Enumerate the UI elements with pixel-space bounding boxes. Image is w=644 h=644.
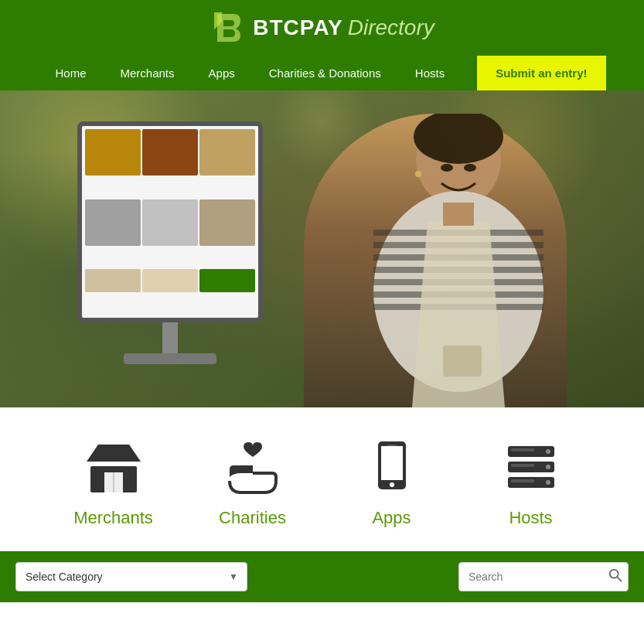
hero-person <box>304 114 567 407</box>
pos-base <box>124 353 216 364</box>
svg-point-26 <box>546 449 550 454</box>
logo-brand-text: BTCPAY <box>253 15 342 40</box>
search-button[interactable] <box>608 568 622 585</box>
categories-section: Merchants Charities Apps <box>0 407 644 551</box>
hosts-icon <box>500 438 562 500</box>
svg-point-16 <box>415 171 421 177</box>
search-input[interactable] <box>458 562 629 591</box>
pos-terminal <box>62 121 278 384</box>
mobile-icon <box>361 438 423 500</box>
submit-entry-button[interactable]: Submit an entry! <box>477 56 605 90</box>
svg-point-34 <box>610 570 618 578</box>
search-icon <box>608 568 622 582</box>
svg-line-35 <box>618 578 622 581</box>
hero-overlay <box>0 90 644 407</box>
svg-point-15 <box>464 164 476 172</box>
category-merchants[interactable]: Merchants <box>67 438 160 528</box>
pos-item-7 <box>85 269 141 292</box>
pos-item-5 <box>142 199 198 246</box>
pos-item-9 <box>199 269 255 292</box>
btcpay-logo-icon <box>210 9 247 46</box>
category-charities[interactable]: Charities <box>206 438 299 528</box>
nav-merchants[interactable]: Merchants <box>104 56 192 90</box>
svg-rect-33 <box>511 479 534 482</box>
merchants-label: Merchants <box>73 508 153 528</box>
pos-stand <box>162 322 178 353</box>
site-header: BTCPAY Directory Home Merchants Apps Cha… <box>0 0 644 90</box>
svg-point-29 <box>546 465 550 469</box>
pos-item-3 <box>199 129 255 175</box>
apps-label: Apps <box>372 508 411 528</box>
nav-apps[interactable]: Apps <box>192 56 252 90</box>
pos-screen-inner <box>82 126 258 318</box>
search-wrapper <box>458 562 629 591</box>
charities-icon <box>222 438 284 500</box>
pos-screen <box>77 121 263 322</box>
person-svg <box>304 114 567 407</box>
store-icon <box>83 438 145 500</box>
svg-rect-24 <box>387 445 397 446</box>
nav-hosts[interactable]: Hosts <box>398 56 462 90</box>
bottom-bar: Select Category All Categories Merchants… <box>0 551 644 602</box>
logo-directory-text: Directory <box>348 15 434 40</box>
hero-section <box>0 90 644 407</box>
pos-item-1 <box>85 129 141 175</box>
svg-point-32 <box>546 480 550 485</box>
pos-item-6 <box>199 199 255 246</box>
category-apps[interactable]: Apps <box>346 438 438 528</box>
server-icon <box>500 438 562 500</box>
svg-rect-27 <box>511 448 534 451</box>
charities-label: Charities <box>219 508 286 528</box>
category-hosts[interactable]: Hosts <box>485 438 578 528</box>
svg-rect-13 <box>443 203 474 226</box>
nav-home[interactable]: Home <box>38 56 103 90</box>
svg-point-23 <box>390 482 394 487</box>
svg-point-14 <box>441 164 453 172</box>
logo: BTCPAY Directory <box>210 9 434 46</box>
main-nav: Home Merchants Apps Charities & Donation… <box>0 56 644 90</box>
pos-item-2 <box>142 129 198 175</box>
pos-item-4 <box>85 199 141 246</box>
apps-icon <box>361 438 423 500</box>
svg-rect-30 <box>511 464 534 467</box>
nav-charities[interactable]: Charities & Donations <box>252 56 398 90</box>
pos-item-8 <box>142 269 198 292</box>
category-select[interactable]: Select Category All Categories Merchants… <box>15 562 247 591</box>
category-select-wrapper: Select Category All Categories Merchants… <box>15 562 247 591</box>
svg-rect-12 <box>443 346 482 377</box>
merchants-icon <box>83 438 145 500</box>
hosts-label: Hosts <box>509 508 552 528</box>
svg-rect-22 <box>381 446 403 480</box>
charity-icon <box>222 438 284 500</box>
